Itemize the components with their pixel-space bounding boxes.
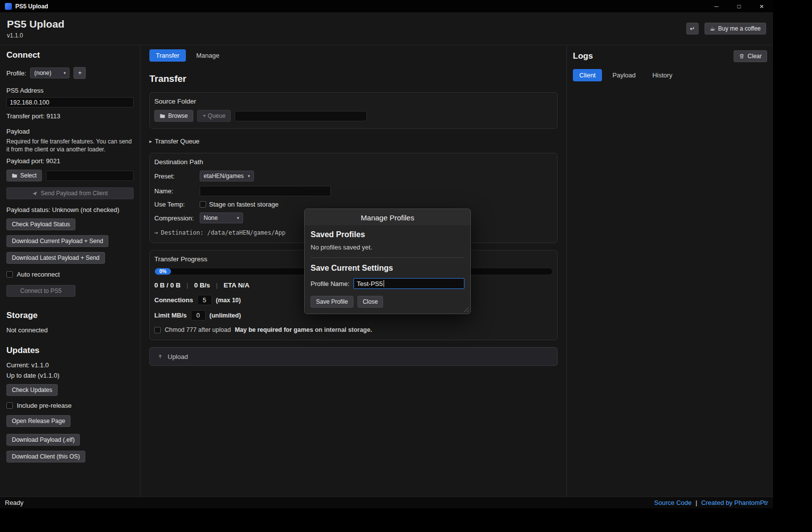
download-current-payload-button[interactable]: Download Current Payload + Send [6, 235, 108, 247]
chmod-checkbox[interactable] [154, 327, 161, 333]
name-label: Name: [154, 187, 200, 195]
transfer-queue-toggle[interactable]: ▸ Transfer Queue [149, 138, 558, 145]
limit-input[interactable] [191, 310, 206, 320]
chmod-hint: May be required for games on internal st… [235, 326, 372, 333]
add-to-queue-button[interactable]: + Queue [197, 110, 231, 122]
clear-logs-label: Clear [747, 53, 762, 60]
check-updates-button[interactable]: Check Updates [6, 384, 58, 396]
clear-logs-button[interactable]: Clear [734, 50, 767, 62]
ps5-address-label: PS5 Address [6, 87, 134, 94]
payload-select-row: Select [6, 170, 134, 181]
limit-hint: (unlimited) [210, 312, 241, 319]
trash-icon [739, 53, 744, 59]
header: PS5 Upload v1.1.0 ↵ ☕ Buy me a coffee [0, 12, 773, 45]
tab-logs-client[interactable]: Client [573, 69, 602, 81]
source-code-link[interactable]: Source Code [654, 499, 692, 506]
theme-toggle-button[interactable]: ↵ [686, 23, 699, 35]
minimize-icon: ─ [714, 3, 719, 10]
auto-reconnect-checkbox[interactable] [6, 271, 13, 278]
profile-label: Profile: [6, 70, 26, 77]
transfer-speed-text: 0 B/s [194, 282, 210, 289]
profile-name-value: Test-PS5 [357, 280, 383, 287]
credit-link[interactable]: Created by PhantomPtr [701, 499, 768, 506]
compression-select[interactable]: None ▾ [200, 213, 243, 223]
profile-select[interactable]: (none) ▾ [30, 68, 70, 78]
transfer-heading: Transfer [149, 73, 558, 84]
select-payload-button[interactable]: Select [6, 170, 42, 181]
collapsed-arrow-icon: ▸ [149, 139, 152, 144]
destination-preview-text: Destination: /data/etaHEN/games/App [161, 229, 285, 236]
download-latest-payload-button[interactable]: Download Latest Payload + Send [6, 252, 105, 264]
source-folder-title: Source Folder [154, 98, 553, 105]
connections-input[interactable] [197, 295, 212, 305]
connections-label: Connections [154, 296, 193, 304]
profile-name-label: Profile Name: [311, 280, 350, 287]
tab-logs-payload[interactable]: Payload [606, 69, 642, 81]
close-dialog-button[interactable]: Close [357, 296, 384, 308]
profile-row: Profile: (none) ▾ + [6, 67, 134, 79]
sidebar-connect-panel: Connect Profile: (none) ▾ + PS5 Address … [0, 45, 141, 497]
preset-row: Preset: etaHEN/games ▾ [154, 171, 553, 181]
folder-icon [160, 113, 165, 118]
preset-label: Preset: [154, 173, 200, 180]
payload-port-text: Payload port: 9021 [6, 157, 134, 165]
app-body: Connect Profile: (none) ▾ + PS5 Address … [0, 45, 773, 497]
source-folder-row: Browse + Queue [154, 110, 553, 122]
dialog-divider [311, 257, 464, 258]
save-profile-button[interactable]: Save Profile [311, 296, 353, 308]
buy-coffee-button[interactable]: ☕ Buy me a coffee [705, 23, 766, 35]
auto-reconnect-label: Auto reconnect [17, 271, 60, 278]
status-link-separator: | [696, 499, 697, 506]
destination-path-title: Destination Path [154, 158, 553, 166]
payload-path-input[interactable] [46, 171, 134, 181]
profile-name-input[interactable]: Test-PS5 [353, 278, 464, 289]
logs-header: Logs Clear [573, 50, 767, 62]
include-prerelease-checkbox[interactable] [6, 402, 13, 409]
open-release-page-button[interactable]: Open Release Page [6, 415, 71, 427]
maximize-button[interactable]: □ [728, 0, 750, 12]
chmod-label: Chmod 777 after upload [165, 326, 231, 333]
select-payload-label: Select [20, 172, 36, 179]
eta-text: ETA N/A [224, 282, 250, 289]
preset-select-value: etaHEN/games [204, 173, 244, 179]
titlebar-title: PS5 Upload [15, 3, 48, 10]
send-icon [32, 191, 37, 196]
add-profile-button[interactable]: + [73, 67, 86, 79]
profile-name-row: Profile Name: Test-PS5 [311, 278, 464, 289]
ps5-address-input[interactable] [6, 97, 134, 107]
header-right: ↵ ☕ Buy me a coffee [686, 23, 766, 35]
browse-button[interactable]: Browse [154, 110, 193, 122]
return-icon: ↵ [690, 25, 695, 32]
upload-button[interactable]: Upload [149, 347, 558, 366]
tab-transfer[interactable]: Transfer [149, 49, 186, 62]
chevron-down-icon: ▾ [237, 215, 239, 220]
buy-coffee-label: Buy me a coffee [718, 25, 761, 32]
check-payload-status-button[interactable]: Check Payload Status [6, 218, 75, 230]
source-path-input[interactable] [235, 111, 367, 121]
download-payload-elf-button[interactable]: Download Payload (.elf) [6, 434, 80, 446]
stats-separator: | [186, 282, 188, 289]
close-button[interactable]: × [750, 0, 773, 12]
dialog-buttons: Save Profile Close [311, 296, 464, 308]
chevron-down-icon: ▾ [247, 174, 250, 178]
status-text: Ready [5, 499, 24, 506]
app-version: v1.1.0 [7, 32, 65, 39]
payload-label: Payload [6, 128, 134, 135]
name-input[interactable] [200, 186, 331, 196]
tab-logs-history[interactable]: History [646, 69, 678, 81]
titlebar: PS5 Upload ─ □ × [0, 0, 773, 12]
close-icon: × [760, 2, 764, 10]
prerelease-row: Include pre-release [6, 402, 134, 409]
logs-panel: Logs Clear Client Payload History [566, 45, 773, 497]
limit-label: Limit MB/s [154, 312, 187, 319]
coffee-icon: ☕ [710, 25, 715, 32]
use-temp-checkbox[interactable] [200, 201, 206, 208]
download-client-button[interactable]: Download Client (this OS) [6, 451, 85, 462]
app-icon [5, 3, 12, 10]
preset-select[interactable]: etaHEN/games ▾ [200, 171, 254, 181]
connect-to-ps5-button[interactable]: Connect to PS5 [6, 285, 75, 297]
tab-manage[interactable]: Manage [190, 49, 226, 62]
bytes-transferred-text: 0 B / 0 B [154, 282, 180, 289]
send-payload-button[interactable]: Send Payload from Client [6, 187, 134, 199]
minimize-button[interactable]: ─ [705, 0, 728, 12]
